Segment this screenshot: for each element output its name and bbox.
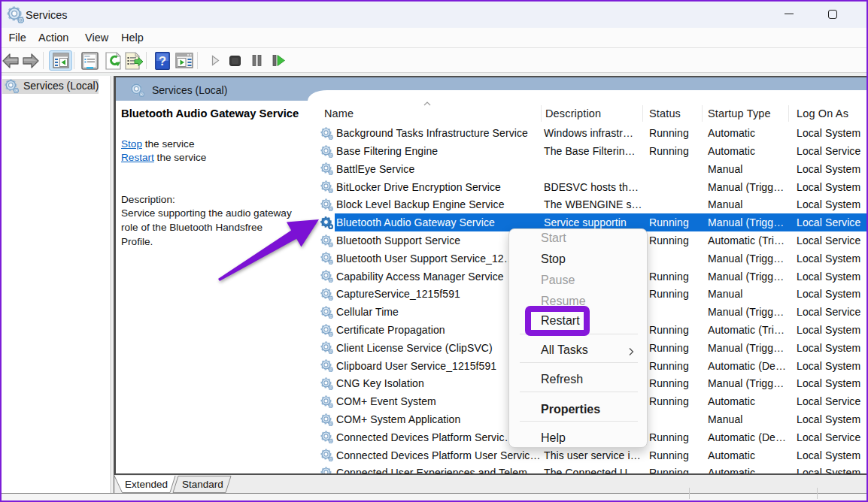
svg-text:?: ?	[159, 54, 166, 68]
